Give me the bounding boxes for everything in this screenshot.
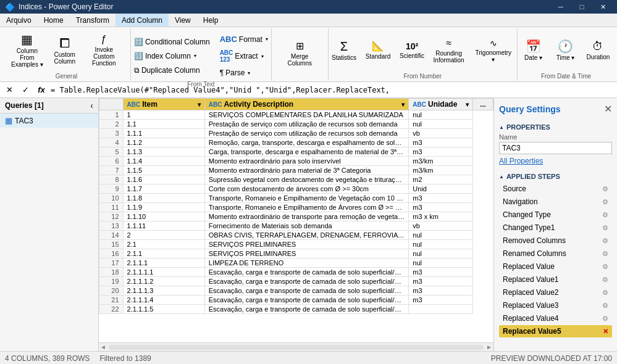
panel-close-button[interactable]: ✕: [604, 103, 612, 115]
close-button[interactable]: ✕: [594, 1, 612, 12]
item-column-header[interactable]: ABCItem ▾: [123, 99, 204, 110]
maximize-button[interactable]: □: [573, 1, 591, 12]
activity-filter-button[interactable]: ▾: [401, 101, 405, 108]
duration-label: Duration: [587, 54, 610, 60]
activity-description-cell: LIMPEZA DE TERRENO: [204, 259, 409, 268]
step-settings-button[interactable]: ⚙: [602, 302, 608, 310]
table-row[interactable]: 51.1.3Carga, transporte, descarga e espa…: [99, 147, 493, 157]
table-row[interactable]: 202.1.1.1.3Escavação, carga e transporte…: [99, 286, 493, 296]
duplicate-column-button[interactable]: ⧉ Duplicate Column: [130, 64, 214, 77]
step-settings-button[interactable]: ⚙: [602, 315, 608, 323]
formula-input[interactable]: [51, 86, 615, 94]
step-settings-button[interactable]: ⚙: [602, 224, 608, 232]
table-row[interactable]: 192.1.1.1.2Escavação, carga e transporte…: [99, 277, 493, 286]
table-row[interactable]: 111.1.9Transporte, Romaneio e Empilhamen…: [99, 203, 493, 212]
formula-cancel-button[interactable]: ✕: [2, 84, 16, 96]
activity-description-cell: Carga, transporte, descarga e espalhamen…: [204, 147, 409, 157]
step-item[interactable]: Replaced Value1⚙: [499, 273, 612, 286]
step-item[interactable]: Replaced Value3⚙: [499, 299, 612, 312]
table-row[interactable]: 131.1.11Fornecimento de Materiais sob de…: [99, 221, 493, 231]
invoke-custom-function-button[interactable]: ƒ Invoke CustomFunction: [82, 30, 127, 72]
menu-add-column[interactable]: Add Column: [115, 14, 169, 27]
step-item[interactable]: Renamed Columns⚙: [499, 247, 612, 260]
minimize-button[interactable]: ─: [552, 1, 570, 12]
step-gear-button[interactable]: ⚙: [602, 198, 608, 206]
unidade-cell: nul: [409, 231, 473, 240]
query-name: TAC3: [15, 117, 33, 125]
rounding-button[interactable]: ≈ RoundingInformation: [429, 30, 468, 72]
step-settings-button[interactable]: ⚙: [602, 263, 608, 271]
menu-transform[interactable]: Transform: [70, 14, 115, 27]
step-settings-button[interactable]: ⚙: [602, 237, 608, 245]
unidade-filter-button[interactable]: ▾: [466, 101, 469, 108]
table-row[interactable]: 31.1.1Prestação de serviço com utilizaçã…: [99, 129, 493, 138]
table-row[interactable]: 212.1.1.1.4Escavação, carga e transporte…: [99, 296, 493, 305]
formula-confirm-button[interactable]: ✓: [19, 84, 32, 96]
date-button[interactable]: 📅 Date ▾: [518, 30, 549, 72]
item-cell: 1: [123, 110, 204, 120]
duplicate-column-icon: ⧉: [134, 66, 140, 75]
table-row[interactable]: 71.1.5Momento extraordinário para materi…: [99, 166, 493, 175]
step-settings-button[interactable]: ⚙: [602, 276, 608, 284]
table-row[interactable]: 21.1Prestação de serviço com utilização …: [99, 120, 493, 129]
statistics-button[interactable]: Σ Statistics: [328, 30, 361, 72]
table-row[interactable]: 91.1.7Corte com destocamento de árvores …: [99, 184, 493, 194]
step-item[interactable]: Replaced Value2⚙: [499, 286, 612, 299]
step-settings-button[interactable]: ⚙: [602, 211, 608, 219]
name-input[interactable]: [499, 142, 612, 154]
step-item[interactable]: Replaced Value5✕: [499, 325, 612, 337]
menu-help[interactable]: Help: [197, 14, 225, 27]
index-column-button[interactable]: 🔢 Index Column ▾: [130, 49, 214, 63]
duration-button[interactable]: ⏱ Duration: [582, 30, 615, 72]
menu-view[interactable]: View: [169, 14, 197, 27]
conditional-column-button[interactable]: 🔠 Conditional Column: [130, 35, 214, 49]
table-row[interactable]: 162.1.1SERVIÇOS PRELIMINARESnul: [99, 249, 493, 259]
sidebar-toggle-button[interactable]: ‹: [90, 101, 93, 110]
table-row[interactable]: 11SERVIÇOS COMPLEMENTARES DA PLANILHA SU…: [99, 110, 493, 120]
parse-button[interactable]: ¶ Parse ▾: [216, 66, 272, 80]
table-row[interactable]: 81.1.6Supressão vegetal com destocamento…: [99, 175, 493, 184]
table-row[interactable]: 142OBRAS CIVIS, TERRAPLENAGEM, DRENAGEM,…: [99, 231, 493, 240]
step-item[interactable]: Navigation⚙: [499, 196, 612, 208]
scientific-button[interactable]: 10² Scientific: [396, 30, 429, 72]
table-row[interactable]: 152.1SERVIÇOS PRELIMINARESnul: [99, 240, 493, 249]
table-row[interactable]: 222.1.1.1.5Escavação, carga e transporte…: [99, 305, 493, 314]
step-item[interactable]: Source⚙: [499, 183, 612, 195]
row-number-cell: 16: [99, 249, 124, 259]
custom-column-button[interactable]: ⧠ CustomColumn: [49, 30, 80, 72]
data-grid[interactable]: ABCItem ▾ ABCActivity Description ▾: [99, 98, 493, 342]
sidebar-item-tac3[interactable]: ▦ TAC3: [0, 114, 98, 128]
menu-arquivo[interactable]: Arquivo: [0, 14, 38, 27]
table-row[interactable]: 121.1.10Momento extraordinário de transp…: [99, 212, 493, 221]
all-properties-link[interactable]: All Properties: [499, 157, 612, 165]
step-item[interactable]: Removed Columns⚙: [499, 234, 612, 247]
step-gear-button[interactable]: ⚙: [602, 185, 608, 193]
menu-home[interactable]: Home: [38, 14, 70, 27]
time-button[interactable]: 🕐 Time ▾: [550, 30, 581, 72]
activity-column-header[interactable]: ABCActivity Description ▾: [204, 99, 409, 110]
step-delete-button[interactable]: ✕: [603, 328, 608, 336]
column-from-examples-button[interactable]: ▦ Column FromExamples ▾: [6, 30, 48, 72]
horizontal-scrollbar[interactable]: ◄ ►: [99, 342, 493, 351]
format-button[interactable]: ABC Format ▾: [216, 32, 272, 46]
table-row[interactable]: 41.1.2Remoção, carga, transporte, descar…: [99, 138, 493, 147]
table-row[interactable]: 101.1.8Transporte, Romaneio e Empilhamen…: [99, 194, 493, 203]
step-item[interactable]: Replaced Value4⚙: [499, 312, 612, 325]
sidebar-header: Queries [1] ‹: [0, 98, 98, 114]
step-item[interactable]: Changed Type⚙: [499, 209, 612, 221]
extract-button[interactable]: ABC123 Extract ▾: [216, 47, 272, 65]
item-cell: 1.1.4: [123, 157, 204, 166]
table-row[interactable]: 61.1.4Momento extraordinário para solo i…: [99, 157, 493, 166]
unidade-column-header[interactable]: ABCUnidade ▾: [409, 99, 473, 110]
unidade-cell: m3: [409, 138, 473, 147]
merge-columns-button[interactable]: ⊞ Merge Columns: [275, 33, 324, 75]
trigonometry-button[interactable]: ∿ Trigonometry ▾: [469, 30, 518, 72]
step-settings-button[interactable]: ⚙: [602, 250, 608, 258]
table-row[interactable]: 182.1.1.1.1Escavação, carga e transporte…: [99, 268, 493, 277]
item-filter-button[interactable]: ▾: [198, 101, 201, 108]
step-settings-button[interactable]: ⚙: [602, 289, 608, 297]
table-row[interactable]: 172.1.1.1LIMPEZA DE TERRENOnul: [99, 259, 493, 268]
step-item[interactable]: Changed Type1⚙: [499, 221, 612, 234]
step-item[interactable]: Replaced Value⚙: [499, 260, 612, 273]
standard-button[interactable]: 📐 Standard: [361, 30, 394, 72]
